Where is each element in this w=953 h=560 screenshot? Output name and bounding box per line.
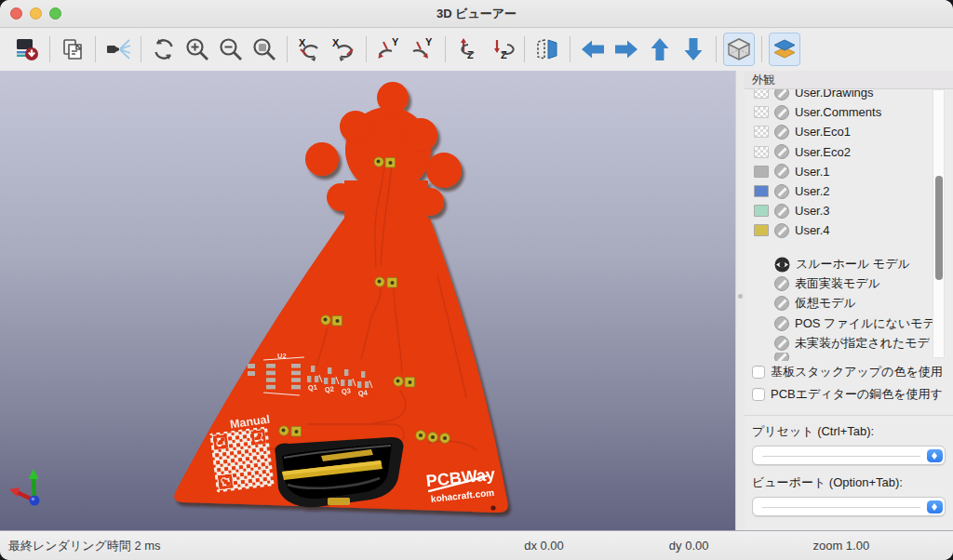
move-up-button[interactable]: [644, 33, 676, 66]
layer-row-user-comments[interactable]: User.Comments: [754, 102, 953, 122]
zoom-in-icon: [184, 36, 210, 62]
reload-board-button[interactable]: [11, 33, 43, 66]
layer-label: User.Eco2: [795, 145, 851, 159]
arrow-up-icon: [647, 36, 673, 62]
model-row-dnp[interactable]: 未実装が指定されたモデ: [754, 333, 953, 353]
visibility-hidden-icon[interactable]: [774, 316, 789, 331]
svg-text:Z: Z: [501, 49, 507, 60]
zoom-in-button[interactable]: [181, 33, 213, 66]
use-stackup-colors-option[interactable]: 基板スタックアップの色を使用: [745, 361, 953, 383]
visibility-visible-icon[interactable]: [774, 257, 790, 273]
layer-color-swatch[interactable]: [754, 89, 769, 99]
rotate-x-cw-icon: X: [330, 36, 356, 62]
layer-row-user-3[interactable]: User.3: [754, 201, 953, 220]
model-row-partial[interactable]: [754, 353, 953, 361]
rotate-z-cw-button[interactable]: Z: [486, 33, 517, 66]
rotate-z-cw-icon: Z: [489, 36, 515, 62]
layer-row-user-eco1[interactable]: User.Eco1: [754, 122, 953, 141]
appearance-panel-header: 外観: [745, 71, 953, 89]
layer-color-swatch[interactable]: [754, 185, 769, 197]
scrollbar-thumb[interactable]: [935, 176, 943, 280]
visibility-hidden-icon[interactable]: [774, 89, 789, 100]
visibility-hidden-icon[interactable]: [774, 276, 789, 291]
layer-list-scrollbar[interactable]: [933, 89, 945, 358]
visibility-hidden-icon[interactable]: [774, 164, 789, 179]
model-row-through-hole[interactable]: スルーホール モデル: [754, 255, 953, 274]
viewport-dropdown[interactable]: [752, 497, 946, 516]
rotate-z-ccw-icon: Z: [455, 36, 481, 62]
rotate-z-ccw-button[interactable]: Z: [452, 33, 484, 66]
rotate-x-cw-button[interactable]: X: [328, 33, 359, 66]
zoom-out-button[interactable]: [215, 33, 247, 66]
rotate-x-ccw-button[interactable]: X: [294, 33, 326, 66]
dropdown-stepper-icon[interactable]: [927, 449, 943, 463]
raytracing-render-button[interactable]: [102, 33, 134, 66]
layer-row-user-eco2[interactable]: User.Eco2: [754, 142, 953, 162]
move-right-button[interactable]: [611, 33, 642, 66]
visibility-hidden-icon[interactable]: [774, 336, 789, 351]
layer-row-user-drawings[interactable]: User.Drawings: [754, 89, 953, 102]
layer-label: User.Drawings: [795, 89, 874, 100]
visibility-hidden-icon[interactable]: [774, 204, 789, 219]
rotate-y-ccw-button[interactable]: Y: [373, 33, 405, 66]
visibility-hidden-icon[interactable]: [774, 184, 789, 199]
use-pcb-editor-copper-option[interactable]: PCBエディターの銅色を使用す: [745, 383, 953, 406]
preset-dropdown[interactable]: [752, 446, 946, 465]
toolbar-separator: [716, 36, 717, 62]
minimize-window-button[interactable]: [30, 7, 42, 20]
layer-label: User.1: [795, 165, 830, 179]
refresh-view-button[interactable]: [148, 33, 180, 66]
layer-color-swatch[interactable]: [754, 205, 769, 217]
reload-board-icon: [14, 36, 40, 62]
model-row-virtual[interactable]: 仮想モデル: [754, 294, 953, 313]
toolbar-separator: [445, 36, 446, 62]
dy-status: dy 0.00: [669, 539, 709, 553]
layer-color-swatch[interactable]: [754, 224, 769, 236]
visibility-hidden-icon[interactable]: [774, 223, 789, 238]
model-row-not-in-pos[interactable]: POS ファイルにないモデ: [754, 313, 953, 333]
layer-color-swatch[interactable]: [754, 126, 769, 138]
layer-row-user-1[interactable]: User.1: [754, 162, 953, 181]
flip-board-button[interactable]: [531, 33, 563, 66]
window-title: 3D ビューアー: [0, 6, 953, 22]
layer-color-swatch[interactable]: [754, 146, 769, 158]
panel-splitter[interactable]: [735, 71, 745, 530]
zoom-status: zoom 1.00: [812, 539, 869, 553]
visibility-hidden-icon[interactable]: [774, 353, 789, 361]
model-label: スルーホール モデル: [796, 256, 910, 273]
splitter-grip-icon: [738, 294, 743, 299]
qr-code: [209, 426, 274, 492]
3d-viewport[interactable]: Manual PCBWay: [0, 71, 735, 530]
visibility-hidden-icon[interactable]: [774, 125, 789, 140]
ortho-cube-icon: [726, 36, 752, 62]
zoom-to-fit-button[interactable]: [248, 33, 280, 66]
checkbox-label: PCBエディターの銅色を使用す: [771, 386, 943, 403]
close-window-button[interactable]: [10, 7, 22, 20]
layer-row-user-2[interactable]: User.2: [754, 181, 953, 201]
dropdown-stepper-icon[interactable]: [927, 500, 943, 514]
visibility-hidden-icon[interactable]: [774, 105, 789, 120]
titlebar: 3D ビューアー: [0, 0, 953, 28]
move-down-button[interactable]: [678, 33, 709, 66]
use-stackup-colors-checkbox[interactable]: [752, 366, 765, 379]
appearance-panel-button[interactable]: [769, 33, 800, 66]
orthographic-projection-button[interactable]: [723, 33, 755, 66]
visibility-hidden-icon[interactable]: [774, 144, 789, 159]
move-left-button[interactable]: [577, 33, 609, 66]
maximize-window-button[interactable]: [49, 7, 61, 20]
model-row-smd[interactable]: 表面実装モデル: [754, 274, 953, 294]
layer-row-user-4[interactable]: User.4: [754, 220, 953, 240]
use-pcb-editor-copper-checkbox[interactable]: [752, 388, 765, 401]
3d-viewer-window: 3D ビューアー: [0, 0, 953, 560]
copy-image-button[interactable]: [57, 33, 88, 66]
layer-color-swatch[interactable]: [754, 166, 769, 178]
visibility-hidden-icon[interactable]: [774, 296, 789, 311]
rotate-y-cw-button[interactable]: Y: [407, 33, 438, 66]
mounting-hole: [490, 505, 495, 510]
toolbar-separator: [524, 36, 525, 62]
layer-list: User.Drawings User.Comments User.Eco1: [745, 89, 953, 361]
toolbar-separator: [570, 36, 570, 62]
toolbar-separator: [141, 36, 141, 62]
toolbar-separator: [49, 36, 50, 62]
layer-color-swatch[interactable]: [754, 106, 769, 118]
